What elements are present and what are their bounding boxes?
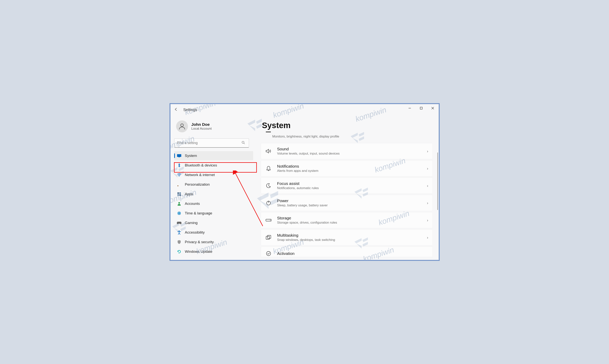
update-icon [177, 249, 181, 254]
chevron-right-icon: › [427, 166, 428, 171]
maximize-button[interactable] [415, 104, 427, 112]
sidebar-item-personalization[interactable]: Personalization [174, 180, 253, 189]
sidebar-item-bluetooth[interactable]: Bluetooth & devices [174, 161, 253, 170]
system-item-power[interactable]: Power Sleep, battery usage, battery save… [261, 195, 433, 211]
globe-icon [177, 211, 181, 216]
sound-icon [265, 148, 272, 154]
content-area: System Monitors, brightness, night light… [255, 115, 439, 260]
item-subtitle: Notifications, automatic rules [277, 186, 427, 190]
sidebar-item-network[interactable]: Network & internet [174, 170, 253, 180]
sidebar-item-label: Windows Update [185, 249, 213, 254]
close-button[interactable] [427, 104, 439, 112]
back-button[interactable] [174, 107, 178, 112]
item-subtitle: Monitors, brightness, night light, displ… [272, 135, 428, 139]
scrollbar[interactable] [437, 153, 438, 210]
display-partial-indicator [266, 131, 271, 132]
svg-point-15 [178, 202, 180, 204]
sidebar-item-apps[interactable]: Apps [174, 189, 253, 199]
sidebar-item-label: Accessibility [185, 230, 205, 234]
bell-icon [265, 165, 272, 172]
system-item-display[interactable]: Monitors, brightness, night light, displ… [261, 133, 433, 142]
svg-point-9 [179, 176, 179, 177]
sidebar-item-windows-update[interactable]: Windows Update [174, 247, 253, 256]
item-title: Notifications [277, 164, 427, 169]
item-subtitle: Alerts from apps and system [277, 169, 427, 173]
chevron-right-icon: › [427, 218, 428, 222]
item-subtitle: Storage space, drives, configuration rul… [277, 221, 427, 225]
moon-icon [265, 182, 272, 189]
search-input[interactable] [174, 139, 249, 148]
sidebar-item-label: Accounts [185, 202, 200, 206]
sidebar-item-system[interactable]: System [174, 151, 253, 160]
check-circle-icon [265, 250, 272, 257]
sidebar-item-label: Bluetooth & devices [185, 163, 217, 168]
item-title: Sound [277, 147, 427, 151]
system-item-focus-assist[interactable]: Focus assist Notifications, automatic ru… [261, 178, 433, 194]
svg-point-16 [177, 211, 181, 215]
svg-rect-25 [267, 235, 271, 238]
chevron-right-icon: › [427, 183, 428, 188]
system-item-sound[interactable]: Sound Volume levels, output, input, soun… [261, 143, 433, 159]
person-icon [177, 201, 181, 206]
system-item-notifications[interactable]: Notifications Alerts from apps and syste… [261, 160, 433, 176]
settings-window: kompiwin kompiwin kompiwin kompiwin komp… [171, 104, 439, 260]
svg-point-23 [270, 220, 271, 221]
svg-point-19 [179, 231, 180, 232]
svg-rect-14 [179, 194, 181, 196]
user-account-type: Local Account [191, 127, 212, 130]
window-title: Settings [183, 108, 197, 112]
sidebar-item-privacy[interactable]: Privacy & security [174, 237, 253, 247]
item-title: Storage [277, 216, 427, 220]
item-title: Power [277, 198, 427, 203]
svg-rect-11 [177, 192, 179, 194]
shield-icon [177, 240, 181, 244]
sidebar-item-accounts[interactable]: Accounts [174, 199, 253, 208]
bluetooth-icon [177, 163, 181, 168]
user-block[interactable]: John Doe Local Account [174, 117, 253, 137]
monitor-icon [177, 154, 181, 158]
brush-icon [177, 182, 181, 187]
sidebar-item-gaming[interactable]: Gaming [174, 218, 253, 227]
search-icon [242, 141, 245, 145]
svg-point-26 [266, 251, 271, 256]
system-item-multitasking[interactable]: Multitasking Snap windows, desktops, tas… [261, 229, 433, 246]
svg-point-5 [242, 141, 244, 143]
sidebar-item-time-language[interactable]: Time & language [174, 209, 253, 218]
window-controls [404, 104, 439, 112]
svg-rect-13 [177, 194, 179, 196]
sidebar-item-label: Gaming [185, 221, 198, 225]
chevron-right-icon: › [427, 149, 428, 154]
svg-rect-10 [177, 185, 178, 186]
storage-icon [265, 217, 272, 223]
apps-icon [177, 192, 181, 196]
gamepad-icon [177, 221, 181, 225]
chevron-right-icon: › [427, 235, 428, 240]
search-box [174, 139, 253, 148]
sidebar-item-label: Apps [185, 192, 193, 196]
sidebar-item-label: System [185, 154, 197, 158]
sidebar-item-label: Privacy & security [185, 240, 214, 244]
svg-point-4 [181, 124, 183, 127]
system-item-activation[interactable]: Activation [261, 247, 433, 257]
power-icon [265, 200, 272, 206]
item-title: Focus assist [277, 181, 427, 186]
user-name: John Doe [191, 122, 212, 127]
sidebar-item-accessibility[interactable]: Accessibility [174, 228, 253, 237]
sidebar-item-label: Network & internet [185, 173, 215, 177]
system-item-storage[interactable]: Storage Storage space, drives, configura… [261, 212, 433, 228]
minimize-button[interactable] [404, 104, 415, 112]
svg-rect-12 [179, 192, 181, 194]
item-title: Activation [277, 251, 428, 256]
titlebar: Settings [171, 104, 439, 115]
sidebar: John Doe Local Account System Bluetooth … [171, 115, 255, 260]
svg-rect-7 [177, 154, 181, 157]
accessibility-icon [177, 230, 181, 235]
sidebar-item-label: Time & language [185, 211, 212, 215]
item-title: Multitasking [277, 233, 427, 238]
item-subtitle: Snap windows, desktops, task switching [277, 238, 427, 242]
page-title: System [262, 121, 433, 130]
avatar [176, 120, 188, 132]
item-subtitle: Sleep, battery usage, battery saver [277, 204, 427, 207]
svg-rect-8 [178, 157, 180, 157]
sidebar-item-label: Personalization [185, 182, 210, 187]
